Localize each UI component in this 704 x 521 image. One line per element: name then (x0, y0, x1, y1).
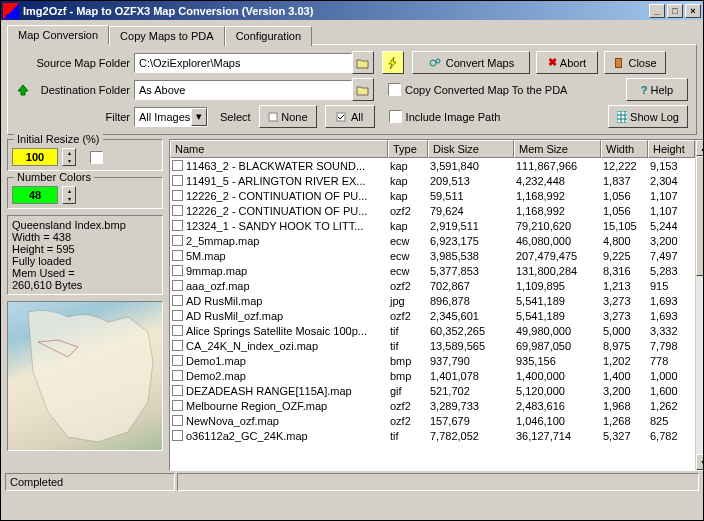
col-height[interactable]: Height (648, 140, 695, 158)
table-row[interactable]: 11463_2 - BLACKWATER SOUND...kap3,591,84… (170, 158, 695, 173)
row-checkbox[interactable] (172, 295, 183, 306)
vertical-scrollbar[interactable]: ▲ ▼ (695, 140, 704, 470)
row-checkbox[interactable] (172, 430, 183, 441)
col-disk-size[interactable]: Disk Size (428, 140, 514, 158)
cell-disk: 3,591,840 (426, 160, 512, 172)
cell-width: 1,400 (599, 370, 646, 382)
table-row[interactable]: 11491_5 - ARLINGTON RIVER EX...kap209,51… (170, 173, 695, 188)
table-row[interactable]: DEZADEASH RANGE[115A].mapgif521,7025,120… (170, 383, 695, 398)
table-row[interactable]: o36112a2_GC_24K.maptif7,782,05236,127,71… (170, 428, 695, 443)
table-row[interactable]: NewNova_ozf.mapozf2157,6791,046,1001,268… (170, 413, 695, 428)
cell-height: 7,497 (646, 250, 693, 262)
table-row[interactable]: AD RusMil_ozf.mapozf22,345,6015,541,1893… (170, 308, 695, 323)
col-width[interactable]: Width (601, 140, 648, 158)
cell-type: ozf2 (386, 205, 426, 217)
copy-to-pda-checkbox[interactable] (388, 83, 401, 96)
resize-spinner[interactable]: ▴▾ (62, 148, 76, 166)
tab-configuration[interactable]: Configuration (225, 26, 312, 46)
row-checkbox[interactable] (172, 400, 183, 411)
row-checkbox[interactable] (172, 310, 183, 321)
table-row[interactable]: aaa_ozf.mapozf2702,8671,109,8951,213915 (170, 278, 695, 293)
help-button[interactable]: ?Help (626, 78, 688, 101)
table-row[interactable]: 9mmap.mapecw5,377,853131,800,2848,3165,2… (170, 263, 695, 278)
select-all-button[interactable]: All (325, 105, 375, 128)
close-window-button[interactable]: × (685, 4, 701, 18)
maximize-button[interactable]: □ (667, 4, 683, 18)
number-colors-input[interactable]: 48 (12, 186, 58, 204)
row-checkbox[interactable] (172, 325, 183, 336)
destination-folder-input[interactable]: As Above (134, 80, 352, 100)
tab-map-conversion[interactable]: Map Conversion (7, 25, 109, 45)
table-row[interactable]: 12226_2 - CONTINUATION OF PU...kap59,511… (170, 188, 695, 203)
table-row[interactable]: Alice Springs Satellite Mosaic 100p...ti… (170, 323, 695, 338)
row-checkbox[interactable] (172, 385, 183, 396)
abort-button[interactable]: ✖Abort (536, 51, 598, 74)
tab-copy-maps-to-pda[interactable]: Copy Maps to PDA (109, 26, 225, 46)
source-folder-input[interactable]: C:\OziExplorer\Maps (134, 53, 352, 73)
chevron-down-icon: ▾ (63, 195, 75, 203)
row-checkbox[interactable] (172, 220, 183, 231)
row-checkbox[interactable] (172, 205, 183, 216)
minimize-button[interactable]: _ (649, 4, 665, 18)
table-row[interactable]: 12226_2 - CONTINUATION OF PU...ozf279,62… (170, 203, 695, 218)
browse-source-button[interactable] (352, 51, 374, 74)
convert-maps-button[interactable]: Convert Maps (412, 51, 530, 74)
row-checkbox[interactable] (172, 280, 183, 291)
table-row[interactable]: Demo2.mapbmp1,401,0781,400,0001,4001,000 (170, 368, 695, 383)
refresh-button[interactable] (382, 51, 404, 74)
colors-spinner[interactable]: ▴▾ (62, 186, 76, 204)
cell-mem: 5,120,000 (512, 385, 599, 397)
show-log-button[interactable]: Show Log (608, 105, 688, 128)
cell-height: 1,600 (646, 385, 693, 397)
file-list-pane: Name Type Disk Size Mem Size Width Heigh… (169, 139, 704, 471)
close-button[interactable]: Close (604, 51, 666, 74)
resize-checkbox[interactable] (90, 151, 103, 164)
table-row[interactable]: 5M.mapecw3,985,538207,479,4759,2257,497 (170, 248, 695, 263)
filter-dropdown[interactable]: All Images▾ (134, 107, 208, 127)
col-name[interactable]: Name (170, 140, 388, 158)
filter-label: Filter (16, 111, 134, 123)
svg-rect-6 (617, 111, 627, 123)
row-checkbox[interactable] (172, 340, 183, 351)
cell-disk: 5,377,853 (426, 265, 512, 277)
cell-name: 12226_2 - CONTINUATION OF PU... (186, 190, 386, 202)
table-row[interactable]: Melbourne Region_OZF.mapozf23,289,7332,4… (170, 398, 695, 413)
scroll-thumb[interactable] (696, 156, 704, 276)
row-checkbox[interactable] (172, 175, 183, 186)
include-image-path-label: Include Image Path (406, 111, 501, 123)
row-checkbox[interactable] (172, 190, 183, 201)
up-arrow-icon[interactable] (16, 83, 30, 97)
map-thumbnail (7, 301, 163, 451)
row-checkbox[interactable] (172, 415, 183, 426)
row-checkbox[interactable] (172, 265, 183, 276)
cell-height: 1,000 (646, 370, 693, 382)
row-checkbox[interactable] (172, 355, 183, 366)
svg-point-1 (436, 59, 440, 63)
table-row[interactable]: 2_5mmap.mapecw6,923,17546,080,0004,8003,… (170, 233, 695, 248)
cell-width: 8,316 (599, 265, 646, 277)
cell-height: 7,798 (646, 340, 693, 352)
row-checkbox[interactable] (172, 250, 183, 261)
table-row[interactable]: AD RusMil.mapjpg896,8785,541,1893,2731,6… (170, 293, 695, 308)
cell-disk: 937,790 (426, 355, 512, 367)
initial-resize-input[interactable]: 100 (12, 148, 58, 166)
scroll-track[interactable] (696, 156, 704, 454)
table-row[interactable]: Demo1.mapbmp937,790935,1561,202778 (170, 353, 695, 368)
row-checkbox[interactable] (172, 370, 183, 381)
row-checkbox[interactable] (172, 235, 183, 246)
browse-destination-button[interactable] (352, 78, 374, 101)
include-image-path-checkbox[interactable] (389, 110, 402, 123)
row-checkbox[interactable] (172, 160, 183, 171)
table-row[interactable]: CA_24K_N_index_ozi.maptif13,589,56569,98… (170, 338, 695, 353)
col-type[interactable]: Type (388, 140, 428, 158)
cell-width: 1,056 (599, 205, 646, 217)
cell-disk: 6,923,175 (426, 235, 512, 247)
select-none-button[interactable]: None (259, 105, 317, 128)
cell-height: 9,153 (646, 160, 693, 172)
col-mem-size[interactable]: Mem Size (514, 140, 601, 158)
cell-type: ozf2 (386, 400, 426, 412)
cell-type: ozf2 (386, 280, 426, 292)
table-row[interactable]: 12324_1 - SANDY HOOK TO LITT...kap2,919,… (170, 218, 695, 233)
scroll-up-button[interactable]: ▲ (696, 140, 704, 156)
scroll-down-button[interactable]: ▼ (696, 454, 704, 470)
